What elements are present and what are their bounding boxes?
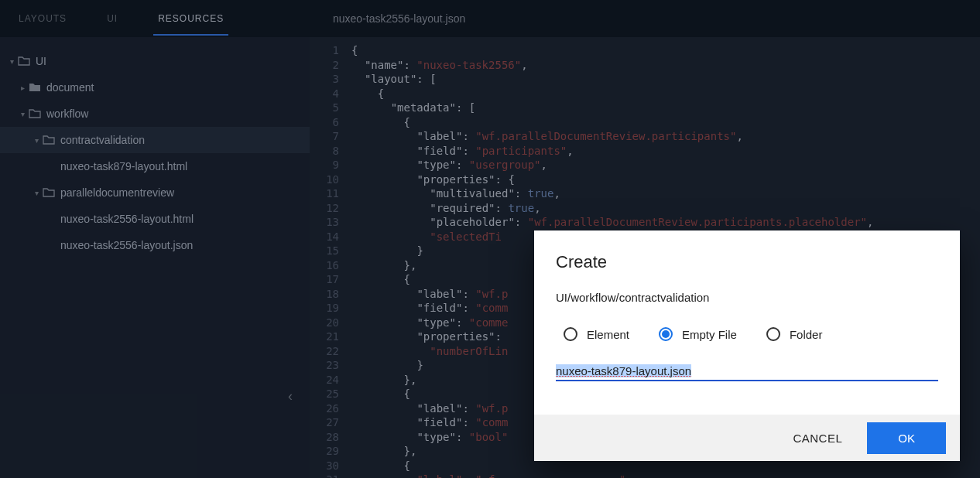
filename-input[interactable]: nuxeo-task879-layout.json bbox=[556, 364, 691, 377]
folder-outline-icon bbox=[42, 135, 56, 145]
tab-layouts[interactable]: LAYOUTS bbox=[14, 2, 71, 36]
tree-label: UI bbox=[31, 55, 46, 67]
tree-file[interactable]: nuxeo-task2556-layout.json bbox=[0, 232, 310, 258]
ok-button[interactable]: OK bbox=[867, 422, 946, 454]
editor-tab-area: nuxeo-task2556-layout.json bbox=[310, 12, 980, 25]
dialog-body: Create UI/workflow/contractvalidation El… bbox=[534, 230, 960, 415]
radio-element[interactable]: Element bbox=[564, 327, 629, 341]
tree-label: paralleldocumentreview bbox=[56, 186, 174, 199]
create-dialog: Create UI/workflow/contractvalidation El… bbox=[534, 230, 960, 461]
tree-folder-paralleldocumentreview[interactable]: ▾ paralleldocumentreview bbox=[0, 179, 310, 206]
chevron-down-icon: ▾ bbox=[31, 136, 42, 145]
tree-folder-contractvalidation[interactable]: ▾ contractvalidation bbox=[0, 127, 310, 153]
tree-file[interactable]: nuxeo-task879-layout.html bbox=[0, 153, 310, 179]
top-bar: LAYOUTS UI RESOURCES nuxeo-task2556-layo… bbox=[0, 0, 980, 37]
radio-label: Empty File bbox=[682, 328, 737, 341]
tree-label: nuxeo-task2556-layout.html bbox=[56, 213, 194, 225]
radio-empty-file[interactable]: Empty File bbox=[659, 327, 737, 341]
chevron-left-icon: ‹ bbox=[288, 388, 293, 404]
radio-folder[interactable]: Folder bbox=[766, 327, 823, 341]
sidebar-tabs: LAYOUTS UI RESOURCES bbox=[0, 0, 310, 37]
line-gutter: 1234567891011121314151617181920212223242… bbox=[310, 37, 347, 478]
chevron-down-icon: ▾ bbox=[31, 189, 42, 197]
tree-label: workflow bbox=[42, 108, 88, 120]
tree-label: document bbox=[42, 81, 94, 94]
tree-file[interactable]: nuxeo-task2556-layout.html bbox=[0, 206, 310, 232]
tab-resources[interactable]: RESOURCES bbox=[153, 2, 228, 36]
radio-icon bbox=[564, 327, 577, 341]
tree-label: contractvalidation bbox=[56, 134, 145, 146]
folder-outline-icon bbox=[28, 108, 42, 119]
tree-root-ui[interactable]: ▾ UI bbox=[0, 48, 310, 74]
editor-tab[interactable]: nuxeo-task2556-layout.json bbox=[333, 12, 465, 25]
tree-label: nuxeo-task879-layout.html bbox=[56, 160, 187, 172]
folder-outline-icon bbox=[17, 56, 31, 67]
tree-folder-workflow[interactable]: ▾ workflow bbox=[0, 101, 310, 127]
create-type-radios: Element Empty File Folder bbox=[556, 327, 938, 341]
radio-label: Folder bbox=[790, 328, 823, 341]
tree-folder-document[interactable]: ▸ document bbox=[0, 74, 310, 101]
chevron-right-icon: ▸ bbox=[17, 84, 28, 92]
dialog-path: UI/workflow/contractvalidation bbox=[556, 291, 938, 304]
sidebar: ▾ UI ▸ document ▾ workflow bbox=[0, 37, 310, 478]
collapse-sidebar-button[interactable]: ‹ bbox=[288, 388, 293, 405]
radio-icon bbox=[659, 327, 673, 341]
radio-icon bbox=[766, 327, 780, 341]
radio-label: Element bbox=[587, 328, 629, 341]
folder-icon bbox=[28, 82, 42, 93]
folder-outline-icon bbox=[42, 187, 56, 198]
cancel-button[interactable]: CANCEL bbox=[782, 424, 853, 452]
chevron-down-icon: ▾ bbox=[17, 110, 28, 118]
tree-label: nuxeo-task2556-layout.json bbox=[56, 239, 193, 251]
tab-ui[interactable]: UI bbox=[102, 2, 122, 36]
filename-input-wrap[interactable]: nuxeo-task879-layout.json bbox=[556, 364, 938, 381]
file-tree: ▾ UI ▸ document ▾ workflow bbox=[0, 48, 310, 258]
dialog-title: Create bbox=[556, 252, 938, 272]
dialog-footer: CANCEL OK bbox=[534, 415, 960, 461]
chevron-down-icon: ▾ bbox=[6, 57, 17, 66]
